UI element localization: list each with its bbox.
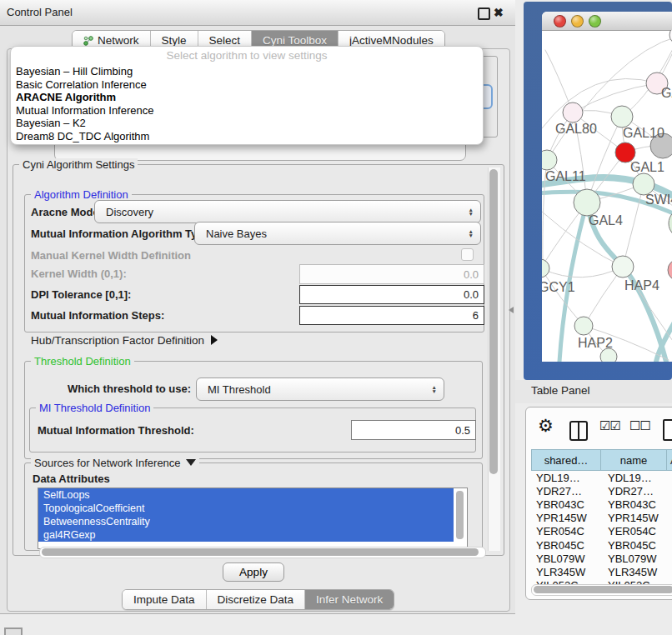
algorithm-option[interactable]: Basic Correlation Inference bbox=[11, 78, 483, 92]
network-node-label: GAL bbox=[661, 86, 672, 100]
splitter-collapse-icon[interactable] bbox=[509, 307, 514, 313]
network-desktop-frame: GALGAL80GAL10GAL1GAL11SWI4GAL4GCY1HAP4YH… bbox=[524, 2, 672, 380]
data-attribute-item[interactable]: SelfLoops bbox=[38, 488, 454, 502]
algorithm-option[interactable]: Bayesian – K2 bbox=[11, 117, 483, 130]
minimized-panel-icon[interactable] bbox=[4, 628, 23, 635]
network-edge[interactable] bbox=[543, 267, 623, 278]
minimize-traffic-light-icon[interactable] bbox=[571, 15, 584, 28]
collapse-down-icon bbox=[186, 459, 196, 466]
table-row[interactable]: YDL19…YDL19…13 bbox=[531, 471, 672, 484]
network-region: GALGAL80GAL10GAL1GAL11SWI4GAL4GCY1HAP4YH… bbox=[515, 0, 672, 635]
network-node-gal10[interactable] bbox=[611, 106, 633, 128]
table-cell: YPR145W bbox=[531, 512, 604, 524]
network-node-gal80[interactable] bbox=[563, 102, 583, 122]
table-cell: YLR345W bbox=[604, 566, 672, 578]
table-cell: YER054C bbox=[531, 525, 604, 538]
tab-label: Style bbox=[162, 34, 187, 47]
table-header-row: shared…nameA bbox=[531, 449, 672, 471]
table-body: YDL19…YDL19…13YDR27…YDR27…12YBR043CYBR04… bbox=[531, 471, 672, 584]
dpi-tolerance-label: DPI Tolerance [0,1]: bbox=[31, 288, 131, 301]
table-row[interactable]: YBR045CYBR045C9. bbox=[531, 538, 672, 552]
algorithm-option[interactable]: Bayesian – Hill Climbing bbox=[11, 65, 483, 78]
settings-hscrollbar-thumb[interactable] bbox=[42, 548, 479, 556]
network-canvas[interactable]: GALGAL80GAL10GAL1GAL11SWI4GAL4GCY1HAP4YH… bbox=[542, 30, 672, 362]
tab-label: Select bbox=[209, 34, 241, 47]
tab-discretize-data[interactable]: Discretize Data bbox=[207, 590, 306, 609]
table-row[interactable]: YER054CYER054C8. bbox=[531, 525, 672, 538]
kernel-width-field[interactable]: 0.0 bbox=[299, 264, 484, 284]
network-node-y[interactable] bbox=[668, 259, 672, 281]
window-title: Control Panel bbox=[7, 0, 73, 25]
gear-icon[interactable]: ⚙ bbox=[538, 416, 554, 436]
table-row[interactable]: YLR345WYLR345W9. bbox=[531, 565, 672, 578]
table-cell: YBL079W bbox=[531, 552, 604, 565]
which-threshold-combobox[interactable]: MI Threshold ▲▼ bbox=[196, 378, 444, 401]
data-attribute-item[interactable]: BetweennessCentrality bbox=[38, 515, 454, 528]
table-row[interactable]: YPR145WYPR145W9. bbox=[531, 512, 672, 525]
apply-button[interactable]: Apply bbox=[223, 562, 284, 582]
tab-label: Network bbox=[98, 34, 139, 47]
table-cell: YDL19… bbox=[531, 472, 604, 484]
manual-kernel-width-label: Manual Kernel Width Definition bbox=[31, 249, 191, 262]
app-root: Control Panel ✖ NetworkStyleSelectCyni T… bbox=[0, 0, 672, 635]
hub-definition-label: Hub/Transcription Factor Definition bbox=[31, 334, 204, 347]
algorithm-option[interactable]: Dream8 DC_TDC Algorithm bbox=[11, 130, 483, 143]
table-cell: YLR345W bbox=[531, 566, 604, 578]
table-cell: YBR045C bbox=[604, 539, 672, 552]
attributes-list-scrollbar[interactable] bbox=[456, 491, 464, 539]
hub-definition-toggle[interactable]: Hub/Transcription Factor Definition bbox=[31, 334, 218, 347]
columns-icon[interactable] bbox=[569, 421, 588, 441]
tab-label: Impute Data bbox=[133, 593, 195, 606]
mi-threshold-label: Mutual Information Threshold: bbox=[38, 424, 194, 437]
column-header-3[interactable]: A bbox=[666, 449, 672, 471]
mi-steps-field[interactable]: 6 bbox=[299, 306, 484, 325]
network-node-hap4[interactable] bbox=[612, 256, 634, 278]
table-cell: YPR145W bbox=[604, 512, 672, 524]
close-traffic-light-icon[interactable] bbox=[554, 15, 566, 28]
column-header-2[interactable]: name bbox=[600, 449, 666, 471]
float-window-icon[interactable] bbox=[478, 8, 490, 20]
network-node[interactable] bbox=[600, 348, 617, 362]
table-row[interactable]: YBL079WYBL079W bbox=[531, 552, 672, 565]
table-row[interactable]: YDR27…YDR27…12 bbox=[531, 484, 672, 498]
sources-legend-label: Sources for Network Inference bbox=[34, 457, 181, 469]
settings-vscrollbar-thumb[interactable] bbox=[489, 169, 498, 474]
network-node-label: HAP4 bbox=[624, 278, 659, 292]
table-row[interactable]: YBR043CYBR043C bbox=[531, 498, 672, 511]
settings-hscrollbar[interactable] bbox=[39, 547, 486, 558]
tab-infer-network[interactable]: Infer Network bbox=[305, 590, 394, 609]
algorithm-option[interactable]: ARACNE Algorithm bbox=[11, 91, 483, 104]
close-icon[interactable]: ✖ bbox=[494, 6, 504, 19]
manual-kernel-width-checkbox[interactable] bbox=[461, 248, 474, 261]
zoom-traffic-light-icon[interactable] bbox=[589, 15, 601, 28]
table-cell: YDR27… bbox=[531, 485, 604, 498]
combobox-spinner-icon: ▲▼ bbox=[469, 208, 474, 217]
table-hscrollbar[interactable] bbox=[531, 584, 672, 596]
aracne-mode-combobox[interactable]: Discovery ▲▼ bbox=[94, 200, 481, 223]
data-attributes-list[interactable]: SelfLoopsTopologicalCoefficientBetweenne… bbox=[38, 488, 468, 549]
network-node-gal11[interactable] bbox=[542, 150, 557, 170]
tab-label: Discretize Data bbox=[218, 593, 294, 606]
tab-label: jActiveMNodules bbox=[349, 34, 434, 47]
data-attribute-item[interactable]: gal4RGexp bbox=[38, 528, 454, 542]
data-tools-tabbar: Impute DataDiscretize DataInfer Network bbox=[122, 589, 394, 610]
column-header-1[interactable]: shared… bbox=[531, 449, 600, 471]
control-panel-window: Control Panel ✖ NetworkStyleSelectCyni T… bbox=[0, 0, 516, 614]
table-function-icon[interactable] bbox=[663, 419, 672, 441]
control-panel-titlebar: Control Panel ✖ bbox=[0, 0, 515, 26]
algorithm-option[interactable]: Mutual Information Inference bbox=[11, 104, 483, 118]
tab-label: Infer Network bbox=[316, 593, 383, 606]
network-node-hap2[interactable] bbox=[574, 317, 593, 335]
network-node-gal4[interactable] bbox=[574, 189, 600, 216]
select-all-checkboxes-icon[interactable]: ☑☑ bbox=[599, 418, 620, 433]
mi-algorithm-type-combobox[interactable]: Naive Bayes ▲▼ bbox=[194, 222, 481, 245]
dpi-tolerance-field[interactable]: 0.0 bbox=[299, 285, 484, 304]
deselect-all-checkboxes-icon[interactable]: ☐☐ bbox=[629, 418, 650, 433]
data-attribute-item[interactable]: TopologicalCoefficient bbox=[38, 502, 454, 515]
network-node-gcy1[interactable] bbox=[542, 259, 549, 278]
table-hscrollbar-thumb[interactable] bbox=[534, 586, 672, 593]
sources-legend[interactable]: Sources for Network Inference bbox=[31, 457, 199, 469]
tab-impute-data[interactable]: Impute Data bbox=[123, 590, 207, 609]
network-node-label: GAL11 bbox=[545, 169, 586, 183]
mi-threshold-field[interactable]: 0.5 bbox=[351, 420, 476, 440]
